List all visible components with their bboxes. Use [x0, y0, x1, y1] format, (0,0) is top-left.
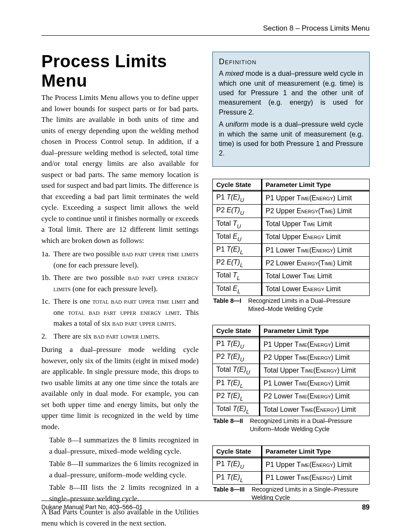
right-column: Definition A mixed mode is a dual–pressu…: [212, 52, 370, 496]
list-item: 1b.There are two possible bad part upper…: [41, 272, 199, 294]
table-8-ii: Cycle StateParameter Limit TypeP1 T(E)UP…: [212, 325, 370, 416]
left-column: Process Limits Menu The Process Limits M…: [41, 52, 199, 496]
col-param-limit-type: Parameter Limit Type: [262, 445, 369, 457]
list-item: 1c.There is one total bad part upper tim…: [41, 296, 199, 329]
table-row: P2 E(T)UP2 Upper Energy(Time) Limit: [213, 205, 370, 218]
table-8-i-wrap: Cycle StateParameter Limit TypeP1 T(E)UP…: [212, 179, 370, 313]
table-row: Total T(E)LTotal Lower Time(Energy) Limi…: [213, 403, 370, 416]
table-caption: Table 8—IIRecognized Limits in a Dual–Pr…: [212, 417, 370, 433]
intro-paragraph: The Process Limits Menu allows you to de…: [41, 92, 199, 246]
table-reference: Table 8—I summarizes the 8 limits recogn…: [41, 435, 199, 457]
table-row: P1 T(E)LP1 Lower Time(Energy) Limit: [213, 377, 370, 390]
table-row: P2 T(E)LP2 Lower Time(Energy) Limit: [213, 390, 370, 403]
definition-heading: Definition: [219, 56, 363, 67]
table-caption: Table 8—IIIRecognized Limits in a Single…: [212, 485, 370, 502]
table-8-iii-wrap: Cycle StateParameter Limit TypeP1 T(E)UP…: [212, 445, 370, 502]
page-footer: Dukane Manual Part No. 403–566–01 89: [41, 501, 370, 511]
table-row: P2 E(T)LP2 Lower Energy(Time) Limit: [213, 257, 370, 270]
col-param-limit-type: Parameter Limit Type: [262, 179, 369, 190]
table-8-iii: Cycle StateParameter Limit TypeP1 T(E)UP…: [212, 445, 370, 485]
mid-paragraph: During a dual–pressure mode welding cycl…: [41, 344, 199, 432]
list-item: 2.There are six bad part lower limits.: [41, 331, 199, 342]
page-number: 89: [362, 504, 370, 511]
table-8-i: Cycle StateParameter Limit TypeP1 T(E)UP…: [212, 179, 370, 296]
col-cycle-state: Cycle State: [213, 179, 262, 190]
table-row: Total T(E)UTotal Upper Time(Energy) Limi…: [213, 364, 370, 377]
table-row: P1 T(E)UP1 Upper Time(Energy) Limit: [213, 458, 370, 471]
col-cycle-state: Cycle State: [213, 325, 260, 337]
page-title: Process Limits Menu: [41, 52, 199, 90]
definition-mixed: A mixed mode is a dual–pressure weld cyc…: [219, 69, 363, 117]
table-row: P2 T(E)UP2 Upper Time(Energy) Limit: [213, 351, 370, 364]
table-row: P1 T(E)LP1 Lower Time(Energy) Limit: [213, 471, 370, 484]
footer-manual-id: Dukane Manual Part No. 403–566–01: [41, 504, 143, 511]
running-head: Section 8 – Process Limits Menu: [41, 24, 370, 36]
list-item: 1a.There are two possible bad part upper…: [41, 249, 199, 271]
table-row: P1 T(E)LP1 Lower Time(Energy) Limit: [213, 243, 370, 256]
col-cycle-state: Cycle State: [213, 445, 262, 457]
table-reference: Table 8—II summarizes the 6 limits recog…: [41, 458, 199, 480]
table-row: Total TLTotal Lower Time Limit: [213, 270, 370, 283]
two-column-body: Process Limits Menu The Process Limits M…: [41, 52, 370, 496]
definition-box: Definition A mixed mode is a dual–pressu…: [212, 52, 370, 167]
table-row: P1 T(E)UP1 Upper Time(Energy) Limit: [213, 338, 370, 351]
table-row: Total EUTotal Upper Energy Limit: [213, 230, 370, 243]
col-param-limit-type: Parameter Limit Type: [259, 325, 369, 337]
table-row: Total ELTotal Lower Energy Limit: [213, 283, 370, 296]
table-caption: Table 8—IRecognized Limits in a Dual–Pre…: [212, 297, 370, 313]
table-row: Total TUTotal Upper Time Limit: [213, 218, 370, 230]
table-8-ii-wrap: Cycle StateParameter Limit TypeP1 T(E)UP…: [212, 325, 370, 433]
definition-uniform: A uniform mode is a dual–pressure weld c…: [219, 120, 363, 159]
table-row: P1 T(E)UP1 Upper Time(Energy) Limit: [213, 192, 370, 205]
